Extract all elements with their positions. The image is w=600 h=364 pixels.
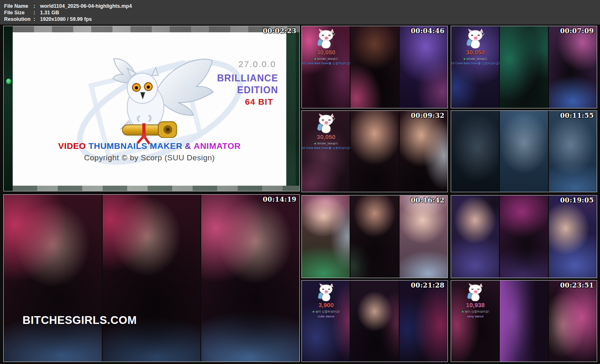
thumbnail-cell: 30,050 ◆sinclair_bea님이 19 Come Back Down… xyxy=(451,26,597,108)
thumbnail-cell: 10,938 ◆님이 신청하셨어요! sexy dance 00:23:51 xyxy=(451,280,597,362)
timestamp-label: 00:02:23 xyxy=(263,27,297,35)
gift-count: 10,938 xyxy=(466,301,485,308)
cat-sticker-icon xyxy=(467,283,484,303)
app-title-video: VIDEO xyxy=(58,141,86,151)
gift-line2: 19 Come Back Down을 신청하셨어요! xyxy=(302,61,351,65)
gift-tag: cutie dance xyxy=(318,315,335,318)
app-title-maker: THUMBNAILS MAKER xyxy=(88,141,182,151)
splash-top-band xyxy=(13,26,299,32)
edition-label: BRILLIANCE EDITION xyxy=(217,72,278,96)
file-size-value: 1.31 GB xyxy=(40,9,59,16)
bits-label: 64 BIT xyxy=(245,97,273,107)
vtm-splash-card: 27.0.0.0 BRILLIANCE EDITION 64 BIT VIDEO… xyxy=(13,32,286,186)
video-frame xyxy=(451,111,499,192)
video-frame xyxy=(350,195,398,278)
video-frame xyxy=(499,195,548,278)
video-frame xyxy=(302,195,350,278)
video-frame xyxy=(548,281,597,362)
timestamp-label: 00:19:05 xyxy=(560,196,594,204)
thumbnail-cell-splash: 27.0.0.0 BRILLIANCE EDITION 64 BIT VIDEO… xyxy=(3,26,300,191)
gem-icon: ◆ xyxy=(314,142,316,145)
timestamp-label: 00:09:32 xyxy=(411,112,445,119)
thumbnail-cell: 00:11:55 xyxy=(451,110,597,192)
video-frame xyxy=(548,26,597,108)
gift-overlay: 30,050 ◆sinclair_bea님이 19 Come Back Down… xyxy=(302,29,351,65)
app-title-amp: & xyxy=(185,141,191,151)
thumbnail-cell: 3,900 ◆님이 신청하셨어요! cutie dance 00:21:28 xyxy=(301,280,448,362)
gift-overlay: 30,050 ◆sinclair_bea님이 19 Come Back Down… xyxy=(451,29,500,65)
timestamp-label: 00:16:42 xyxy=(411,196,445,204)
gift-line2: 19 Come Back Down을 신청하셨어요! xyxy=(451,61,500,65)
video-frame xyxy=(499,281,548,362)
gem-icon: ◆ xyxy=(462,310,464,313)
video-frame xyxy=(399,281,447,362)
video-frame xyxy=(499,26,548,108)
gift-tag: sexy dance xyxy=(467,315,483,318)
video-frame xyxy=(200,195,299,362)
video-frame xyxy=(350,26,398,108)
video-frame xyxy=(350,281,398,362)
gift-line1: ◆님이 신청하셨어요! xyxy=(462,310,489,314)
cat-sticker-icon xyxy=(317,113,335,135)
gift-line1: ◆sinclair_bea님이 xyxy=(314,142,338,146)
video-frame xyxy=(548,195,597,278)
timestamp-label: 00:23:51 xyxy=(560,281,594,289)
app-title-animator: ANIMATOR xyxy=(193,141,240,151)
file-name-value: world1104_2025-06-04-highlights.mp4 xyxy=(40,3,132,9)
gift-overlay: 30,050 ◆sinclair_bea님이 19 Come Back Down… xyxy=(302,113,351,150)
version-label: 27.0.0.0 xyxy=(238,59,276,69)
thumbnail-cell: 00:16:42 xyxy=(301,195,448,278)
gem-icon: ◆ xyxy=(312,310,315,313)
app-title: VIDEOTHUMBNAILS MAKER&ANIMATOR xyxy=(13,141,286,151)
file-size-row: File Size : 1.31 GB xyxy=(4,9,600,16)
site-watermark: BITCHESGIRLS.COM xyxy=(22,314,137,327)
timestamp-label: 00:21:28 xyxy=(411,281,445,289)
splash-bottom-band xyxy=(13,186,299,191)
resolution-row: Resolution : 1920x1080 / 59.99 fps xyxy=(4,16,600,22)
gem-icon: ◆ xyxy=(314,57,316,60)
resolution-label: Resolution xyxy=(4,16,34,22)
video-frame xyxy=(399,26,447,108)
file-name-row: File Name : world1104_2025-06-04-highlig… xyxy=(4,3,600,9)
video-frame xyxy=(399,111,447,192)
gift-count: 30,050 xyxy=(466,49,485,56)
timestamp-label: 00:14:19 xyxy=(263,195,297,203)
cat-sticker-icon xyxy=(317,283,335,303)
video-frame xyxy=(4,195,102,362)
contact-sheet: File Name : world1104_2025-06-04-highlig… xyxy=(0,0,600,364)
resolution-value: 1920x1080 / 59.99 fps xyxy=(40,16,92,22)
gift-overlay: 10,938 ◆님이 신청하셨어요! sexy dance xyxy=(451,283,500,318)
thumbnail-cell: 30,050 ◆sinclair_bea님이 19 Come Back Down… xyxy=(301,110,448,192)
gift-line1: ◆sinclair_bea님이 xyxy=(463,57,488,61)
video-frame xyxy=(499,111,548,192)
gift-count: 30,050 xyxy=(317,133,335,140)
video-frame xyxy=(350,111,398,192)
video-frame xyxy=(399,195,447,278)
owl-logo-icon xyxy=(98,50,217,147)
video-frame xyxy=(451,195,499,278)
splash-left-strip xyxy=(4,26,13,191)
cat-sticker-icon xyxy=(317,29,335,50)
gift-overlay: 3,900 ◆님이 신청하셨어요! cutie dance xyxy=(302,283,351,318)
green-dot-icon xyxy=(6,79,11,84)
thumbnail-cell-large: BITCHESGIRLS.COM 00:14:19 xyxy=(3,194,300,362)
gem-icon: ◆ xyxy=(463,57,465,60)
copyright-label: Copyright © by Scorp (SUU Design) xyxy=(13,153,286,162)
timestamp-label: 00:07:09 xyxy=(560,27,594,35)
file-size-label: File Size xyxy=(4,9,34,16)
gift-count: 30,050 xyxy=(317,49,335,56)
thumbnail-cell: 00:19:05 xyxy=(451,195,597,278)
gift-count: 3,900 xyxy=(319,301,334,308)
video-frame xyxy=(102,195,201,362)
timestamp-label: 00:11:55 xyxy=(560,112,594,119)
file-info-header: File Name : world1104_2025-06-04-highlig… xyxy=(0,0,600,25)
gift-line2: 19 Come Back Down을 신청하셨어요! xyxy=(302,146,351,150)
timestamp-label: 00:04:46 xyxy=(411,27,445,35)
cat-sticker-icon xyxy=(466,29,485,50)
video-frame xyxy=(548,111,597,192)
file-name-label: File Name xyxy=(4,3,34,9)
gift-line1: ◆sinclair_bea님이 xyxy=(314,57,338,61)
gift-line1: ◆님이 신청하셨어요! xyxy=(312,310,340,314)
thumbnail-cell: 30,050 ◆sinclair_bea님이 19 Come Back Down… xyxy=(301,26,448,108)
